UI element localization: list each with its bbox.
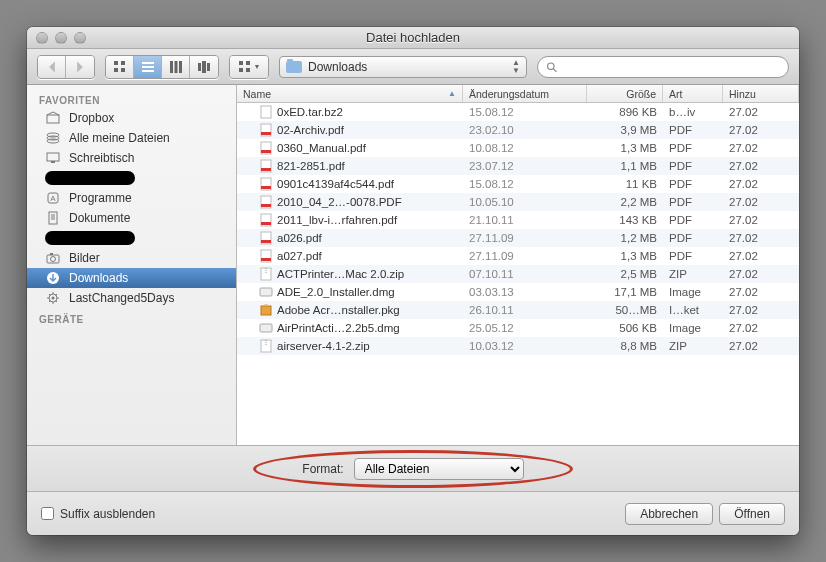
svg-rect-33 bbox=[50, 253, 53, 255]
svg-rect-6 bbox=[142, 70, 154, 72]
file-icon bbox=[259, 321, 273, 335]
file-name: Adobe Acr…nstaller.pkg bbox=[277, 304, 400, 316]
file-kind: PDF bbox=[663, 250, 723, 262]
file-row[interactable]: ADE_2.0_Installer.dmg03.03.1317,1 MBImag… bbox=[237, 283, 799, 301]
sidebar-item-dropbox[interactable]: Dropbox bbox=[27, 108, 236, 128]
titlebar: Datei hochladen bbox=[27, 27, 799, 49]
arrange-button[interactable]: ▼ bbox=[229, 55, 269, 79]
file-size: 1,3 MB bbox=[587, 250, 663, 262]
file-row[interactable]: AirPrintActi…2.2b5.dmg25.05.12506 KBImag… bbox=[237, 319, 799, 337]
sidebar-item-dokumente[interactable]: Dokumente bbox=[27, 208, 236, 228]
file-name: a026.pdf bbox=[277, 232, 322, 244]
sidebar-item-redacted[interactable] bbox=[27, 168, 236, 188]
file-date: 07.10.11 bbox=[463, 268, 587, 280]
svg-rect-19 bbox=[47, 115, 59, 123]
file-name: 0xED.tar.bz2 bbox=[277, 106, 343, 118]
forward-button[interactable] bbox=[66, 56, 94, 78]
file-row[interactable]: 02-Archiv.pdf23.02.103,9 MBPDF27.02 bbox=[237, 121, 799, 139]
view-list-button[interactable] bbox=[134, 56, 162, 78]
file-row[interactable]: 821-2851.pdf23.07.121,1 MBPDF27.02 bbox=[237, 157, 799, 175]
svg-rect-5 bbox=[142, 66, 154, 68]
file-icon bbox=[259, 267, 273, 281]
file-icon bbox=[259, 177, 273, 191]
file-added: 27.02 bbox=[723, 106, 799, 118]
file-date: 10.08.12 bbox=[463, 142, 587, 154]
file-kind: I…ket bbox=[663, 304, 723, 316]
file-row[interactable]: 0360_Manual.pdf10.08.121,3 MBPDF27.02 bbox=[237, 139, 799, 157]
file-name: airserver-4.1-2.zip bbox=[277, 340, 370, 352]
file-added: 27.02 bbox=[723, 286, 799, 298]
file-date: 27.11.09 bbox=[463, 232, 587, 244]
file-name: 821-2851.pdf bbox=[277, 160, 345, 172]
file-size: 8,8 MB bbox=[587, 340, 663, 352]
file-date: 23.07.12 bbox=[463, 160, 587, 172]
file-row[interactable]: 2010_04_2…-0078.PDF10.05.102,2 MBPDF27.0… bbox=[237, 193, 799, 211]
gear-icon bbox=[45, 291, 61, 305]
location-label: Downloads bbox=[308, 60, 367, 74]
view-column-button[interactable] bbox=[162, 56, 190, 78]
cancel-button[interactable]: Abbrechen bbox=[625, 503, 713, 525]
svg-line-18 bbox=[553, 68, 556, 71]
view-icon-button[interactable] bbox=[106, 56, 134, 78]
search-input[interactable] bbox=[561, 60, 780, 74]
file-date: 25.05.12 bbox=[463, 322, 587, 334]
svg-rect-51 bbox=[261, 240, 271, 243]
suffix-checkbox-input[interactable] bbox=[41, 507, 54, 520]
column-name[interactable]: Name▲ bbox=[237, 85, 463, 102]
sidebar-item-bilder[interactable]: Bilder bbox=[27, 248, 236, 268]
column-date[interactable]: Änderungsdatum bbox=[463, 85, 587, 102]
nav-buttons[interactable] bbox=[37, 55, 95, 79]
file-name: ACTPrinter…Mac 2.0.zip bbox=[277, 268, 404, 280]
view-coverflow-button[interactable] bbox=[190, 56, 218, 78]
file-row[interactable]: a026.pdf27.11.091,2 MBPDF27.02 bbox=[237, 229, 799, 247]
svg-rect-49 bbox=[261, 222, 271, 225]
file-name: 2011_lbv-i…rfahren.pdf bbox=[277, 214, 397, 226]
file-icon bbox=[259, 339, 273, 353]
file-row[interactable]: Adobe Acr…nstaller.pkg26.10.1150…MBI…ket… bbox=[237, 301, 799, 319]
suffix-checkbox[interactable]: Suffix ausblenden bbox=[41, 507, 155, 521]
open-button[interactable]: Öffnen bbox=[719, 503, 785, 525]
sidebar-item-programme[interactable]: AProgramme bbox=[27, 188, 236, 208]
sidebar-item-downloads[interactable]: Downloads bbox=[27, 268, 236, 288]
file-row[interactable]: a027.pdf27.11.091,3 MBPDF27.02 bbox=[237, 247, 799, 265]
format-select[interactable]: Alle Dateien bbox=[354, 458, 524, 480]
file-row[interactable]: 0901c4139af4c544.pdf15.08.1211 KBPDF27.0… bbox=[237, 175, 799, 193]
svg-point-32 bbox=[51, 257, 56, 262]
sidebar-item-redacted[interactable] bbox=[27, 228, 236, 248]
svg-rect-8 bbox=[174, 61, 177, 73]
back-button[interactable] bbox=[38, 56, 66, 78]
svg-rect-16 bbox=[246, 68, 250, 72]
file-row[interactable]: airserver-4.1-2.zip10.03.128,8 MBZIP27.0… bbox=[237, 337, 799, 355]
sidebar-item-lastchanged5days[interactable]: LastChanged5Days bbox=[27, 288, 236, 308]
view-buttons[interactable] bbox=[105, 55, 219, 79]
file-added: 27.02 bbox=[723, 268, 799, 280]
search-field[interactable] bbox=[537, 56, 789, 78]
svg-rect-1 bbox=[121, 61, 125, 65]
column-size[interactable]: Größe bbox=[587, 85, 663, 102]
sidebar: FAVORITEN DropboxAlle meine DateienSchre… bbox=[27, 85, 237, 445]
file-icon bbox=[259, 231, 273, 245]
sidebar-item-schreibtisch[interactable]: Schreibtisch bbox=[27, 148, 236, 168]
column-kind[interactable]: Art bbox=[663, 85, 723, 102]
file-row[interactable]: 2011_lbv-i…rfahren.pdf21.10.11143 KBPDF2… bbox=[237, 211, 799, 229]
file-pane: Name▲ Änderungsdatum Größe Art Hinzu 0xE… bbox=[237, 85, 799, 445]
file-size: 143 KB bbox=[587, 214, 663, 226]
column-added[interactable]: Hinzu bbox=[723, 85, 799, 102]
file-date: 23.02.10 bbox=[463, 124, 587, 136]
sidebar-item-label: Dokumente bbox=[69, 211, 130, 225]
file-date: 03.03.13 bbox=[463, 286, 587, 298]
file-date: 10.03.12 bbox=[463, 340, 587, 352]
toolbar: ▼ Downloads ▲▼ bbox=[27, 49, 799, 85]
file-added: 27.02 bbox=[723, 322, 799, 334]
file-kind: PDF bbox=[663, 232, 723, 244]
file-name: 0360_Manual.pdf bbox=[277, 142, 366, 154]
sidebar-item-label: Alle meine Dateien bbox=[69, 131, 170, 145]
sidebar-item-alle-meine-dateien[interactable]: Alle meine Dateien bbox=[27, 128, 236, 148]
file-row[interactable]: 0xED.tar.bz215.08.12896 KBb…iv27.02 bbox=[237, 103, 799, 121]
svg-rect-15 bbox=[239, 68, 243, 72]
redacted-icon bbox=[45, 171, 135, 185]
file-icon bbox=[259, 141, 273, 155]
file-row[interactable]: ACTPrinter…Mac 2.0.zip07.10.112,5 MBZIP2… bbox=[237, 265, 799, 283]
file-size: 17,1 MB bbox=[587, 286, 663, 298]
location-popup[interactable]: Downloads ▲▼ bbox=[279, 56, 527, 78]
